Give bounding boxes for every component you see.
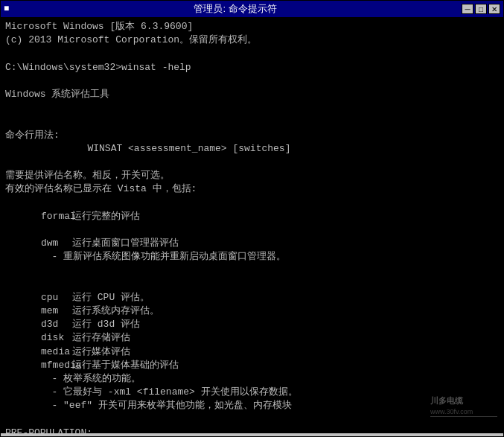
console-line: Windows 系统评估工具 (5, 88, 499, 101)
watermark: 川多电缆 www.30fv.com (430, 392, 497, 427)
console-line-empty (5, 412, 499, 426)
console-line: WINSAT <assessment_name> [switches] (5, 142, 499, 156)
cmd-entry-mem: cpu 运行 CPU 评估。 (5, 291, 499, 304)
console-line-empty (5, 223, 499, 237)
console-line: - 重新评估系统图像功能并重新启动桌面窗口管理器。 (5, 250, 499, 264)
cmd-label: disk (5, 331, 72, 345)
console-line-empty (5, 115, 499, 128)
console-line: - "eef" 开关可用来枚举其他功能，如光盘、内存模块 (5, 399, 499, 412)
console-line: - 它最好与 -xml <filename> 开关使用以保存数据。 (5, 386, 499, 399)
status-bar (1, 433, 503, 436)
console-line-empty (5, 101, 499, 115)
console-line: 有效的评估名称已显示在 Vista 中，包括: (5, 182, 499, 196)
cmd-entry-formal: formal 运行完整的评估 (5, 210, 499, 223)
console-line: 命令行用法: (5, 129, 499, 142)
console-line: PRE-POPULATION: (5, 427, 499, 433)
cmd-desc: 运行基于媒体基础的评估 (72, 359, 499, 372)
cmd-desc: 运行存储评估 (72, 331, 499, 345)
cmd-entry-features: mfmedia 运行基于媒体基础的评估 (5, 359, 499, 372)
svg-text:川多电缆: 川多电缆 (430, 396, 464, 405)
window-icon: ■ (4, 4, 9, 14)
console-line-empty (5, 196, 499, 209)
cmd-entry-d3d: mem 运行系统内存评估。 (5, 304, 499, 318)
console-line-empty (5, 156, 499, 169)
watermark-svg: 川多电缆 www.30fv.com (430, 392, 497, 423)
console-line: - 枚举系统的功能。 (5, 372, 499, 386)
console-output: Microsoft Windows [版本 6.3.9600] (c) 2013… (1, 17, 503, 433)
cmd-desc: 运行完整的评估 (72, 210, 499, 223)
console-prompt-line: C:\Windows\system32>winsat -help (5, 61, 499, 74)
cmd-entry-mfmedia: media 运行媒体评估 (5, 345, 499, 359)
console-line: Microsoft Windows [版本 6.3.9600] (5, 20, 499, 34)
svg-text:www.30fv.com: www.30fv.com (430, 408, 473, 415)
minimize-button[interactable]: ─ (462, 4, 473, 14)
cmd-desc: 运行 CPU 评估。 (72, 291, 499, 304)
console-line-empty (5, 264, 499, 277)
title-bar-left: ■ (4, 4, 9, 14)
restore-button[interactable]: □ (475, 4, 487, 14)
cmd-entry-disk: d3d 运行 d3d 评估 (5, 318, 499, 331)
title-controls: ─ □ ✕ (462, 4, 500, 14)
cmd-desc: 运行媒体评估 (72, 345, 499, 359)
cmd-label: mfmedia (5, 359, 72, 372)
console-line-empty (5, 278, 499, 291)
cmd-desc: 运行系统内存评估。 (72, 304, 499, 318)
cmd-label: cpu (5, 291, 72, 304)
cmd-entry-dwm: dwm 运行桌面窗口管理器评估 (5, 237, 499, 250)
window-title: 管理员: 命令提示符 (9, 2, 462, 16)
console-line: (c) 2013 Microsoft Corporation。保留所有权利。 (5, 34, 499, 47)
svg-rect-2 (430, 416, 497, 417)
close-button[interactable]: ✕ (488, 4, 500, 14)
cmd-label: formal (5, 210, 72, 223)
console-line-empty (5, 74, 499, 88)
console-line-empty (5, 47, 499, 60)
cmd-label: dwm (5, 237, 72, 250)
console-line: 需要提供评估名称。相反，开关可选。 (5, 169, 499, 182)
title-bar: ■ 管理员: 命令提示符 ─ □ ✕ (1, 1, 503, 17)
cmd-window: ■ 管理员: 命令提示符 ─ □ ✕ Microsoft Windows [版本… (0, 0, 504, 437)
cmd-label: media (5, 345, 72, 359)
cmd-desc: 运行 d3d 评估 (72, 318, 499, 331)
cmd-label: mem (5, 304, 72, 318)
cmd-desc: 运行桌面窗口管理器评估 (72, 237, 499, 250)
cmd-label: d3d (5, 318, 72, 331)
cmd-entry-media: disk 运行存储评估 (5, 331, 499, 345)
